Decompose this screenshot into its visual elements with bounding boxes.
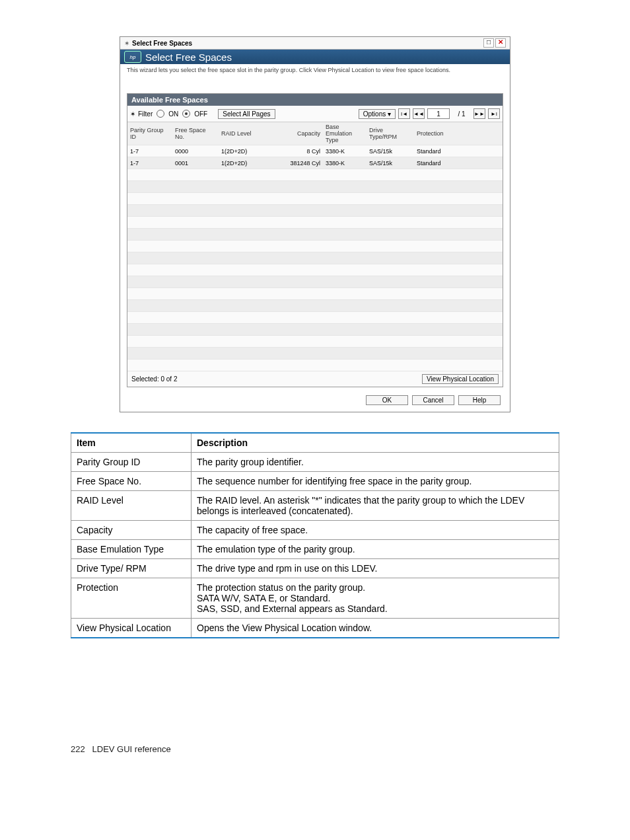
table-row[interactable] [127, 360, 503, 371]
page-total: / 1 [452, 110, 471, 118]
prev-page-button[interactable]: ◄◄ [413, 108, 425, 119]
desc-row: CapacityThe capacity of free space. [71, 521, 559, 540]
table-row[interactable] [127, 336, 503, 348]
desc-text: The sequence number for identifying free… [192, 472, 559, 491]
first-page-button[interactable]: І◄ [398, 108, 410, 119]
desc-row: RAID LevelThe RAID level. An asterisk "*… [71, 491, 559, 521]
free-spaces-grid: Parity Group IDFree Space No.RAID LevelC… [127, 122, 503, 371]
table-row[interactable] [127, 312, 503, 324]
desc-item: Parity Group ID [71, 453, 192, 472]
last-page-button[interactable]: ►І [488, 108, 500, 119]
table-row[interactable] [127, 348, 503, 360]
desc-row: ProtectionThe protection status on the p… [71, 578, 559, 619]
desc-row: Parity Group IDThe parity group identifi… [71, 453, 559, 472]
desc-text: Opens the View Physical Location window. [192, 619, 559, 638]
dialog-header-title: Select Free Spaces [145, 52, 232, 63]
desc-row: Free Space No.The sequence number for id… [71, 472, 559, 491]
table-row[interactable] [127, 288, 503, 300]
table-row[interactable] [127, 264, 503, 276]
table-row[interactable]: 1-700011(2D+2D)381248 Cyl3380-KSAS/15kSt… [127, 157, 503, 169]
column-header[interactable]: Protection [414, 129, 470, 138]
column-header[interactable]: Parity Group ID [127, 126, 172, 141]
desc-row: Base Emulation TypeThe emulation type of… [71, 540, 559, 559]
available-free-spaces-panel: Available Free Spaces ✶ Filter ON OFF Se… [127, 93, 503, 387]
collapse-icon[interactable]: ✶ [130, 110, 135, 118]
description-table: Item Description Parity Group IDThe pari… [71, 432, 559, 638]
collapse-icon[interactable]: ✶ [124, 40, 129, 47]
column-header[interactable]: Free Space No. [172, 126, 219, 141]
desc-item: RAID Level [71, 491, 192, 521]
table-row[interactable] [127, 252, 503, 264]
desc-item: Drive Type/ RPM [71, 559, 192, 578]
filter-off-label: OFF [194, 110, 207, 118]
page-footer: 222 LDEV GUI reference [71, 744, 559, 754]
table-row[interactable] [127, 300, 503, 312]
desc-text: The emulation type of the parity group. [192, 540, 559, 559]
dialog-subtext: This wizard lets you select the free spa… [120, 64, 510, 93]
desc-item: Base Emulation Type [71, 540, 192, 559]
desc-head-item: Item [71, 433, 192, 453]
panel-toolbar: ✶ Filter ON OFF Select All Pages Options… [127, 106, 503, 122]
desc-head-desc: Description [192, 433, 559, 453]
column-header[interactable]: Drive Type/RPM [367, 126, 414, 141]
hp-logo-icon: hp [124, 51, 141, 63]
dialog-titlebar: ✶ Select Free Spaces □ ✕ [120, 37, 510, 50]
section-title: LDEV GUI reference [92, 744, 171, 754]
table-row[interactable] [127, 181, 503, 193]
column-header[interactable]: Capacity [270, 129, 323, 138]
maximize-button[interactable]: □ [483, 38, 494, 48]
dialog-buttons: OK Cancel Help [120, 391, 510, 412]
desc-text: The parity group identifier. [192, 453, 559, 472]
desc-text: The drive type and rpm in use on this LD… [192, 559, 559, 578]
table-row[interactable]: 1-700001(2D+2D)8 Cyl3380-KSAS/15kStandar… [127, 145, 503, 157]
table-row[interactable] [127, 169, 503, 181]
options-button[interactable]: Options ▾ [359, 109, 396, 119]
selection-count: Selected: 0 of 2 [131, 375, 178, 383]
page-number: 222 [71, 744, 85, 754]
column-header[interactable]: Base Emulation Type [323, 122, 367, 145]
desc-item: Free Space No. [71, 472, 192, 491]
select-free-spaces-dialog: ✶ Select Free Spaces □ ✕ hp Select Free … [120, 36, 510, 412]
select-all-pages-button[interactable]: Select All Pages [218, 109, 275, 119]
page-input[interactable]: 1 [427, 108, 450, 119]
panel-footer: Selected: 0 of 2 View Physical Location [127, 371, 503, 387]
filter-off-radio[interactable] [182, 110, 190, 118]
table-row[interactable] [127, 229, 503, 241]
desc-item: Protection [71, 578, 192, 619]
ok-button[interactable]: OK [366, 395, 408, 405]
window-title: Select Free Spaces [132, 40, 482, 47]
close-button[interactable]: ✕ [495, 38, 506, 48]
filter-label: Filter [138, 110, 153, 118]
next-page-button[interactable]: ►► [473, 108, 485, 119]
column-header[interactable] [470, 132, 503, 135]
desc-text: The RAID level. An asterisk "*" indicate… [192, 491, 559, 521]
table-row[interactable] [127, 193, 503, 205]
panel-title: Available Free Spaces [127, 94, 503, 106]
help-button[interactable]: Help [458, 395, 501, 405]
dialog-header: hp Select Free Spaces [120, 50, 510, 64]
table-row[interactable] [127, 324, 503, 336]
column-header[interactable]: RAID Level [219, 129, 270, 138]
table-row[interactable] [127, 276, 503, 288]
desc-text: The capacity of free space. [192, 521, 559, 540]
cancel-button[interactable]: Cancel [412, 395, 454, 405]
desc-item: View Physical Location [71, 619, 192, 638]
view-physical-location-button[interactable]: View Physical Location [422, 374, 499, 384]
table-row[interactable] [127, 241, 503, 252]
table-row[interactable] [127, 217, 503, 229]
desc-row: View Physical LocationOpens the View Phy… [71, 619, 559, 638]
desc-text: The protection status on the parity grou… [192, 578, 559, 619]
table-row[interactable] [127, 205, 503, 217]
filter-on-radio[interactable] [157, 110, 164, 118]
filter-on-label: ON [168, 110, 178, 118]
desc-row: Drive Type/ RPMThe drive type and rpm in… [71, 559, 559, 578]
desc-item: Capacity [71, 521, 192, 540]
